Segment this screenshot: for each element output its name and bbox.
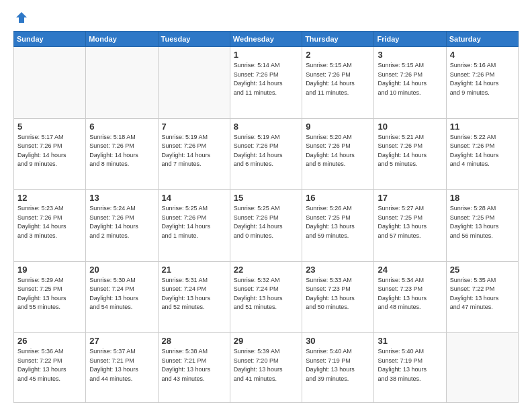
weekday-header-saturday: Saturday <box>446 32 518 47</box>
calendar-cell: 6Sunrise: 5:18 AMSunset: 7:26 PMDaylight… <box>86 118 158 190</box>
week-row-5: 26Sunrise: 5:36 AMSunset: 7:22 PMDayligh… <box>14 333 519 403</box>
day-number: 30 <box>306 336 370 346</box>
day-number: 17 <box>378 193 442 203</box>
calendar-cell: 20Sunrise: 5:30 AMSunset: 7:24 PMDayligh… <box>86 261 158 333</box>
calendar-cell <box>14 47 86 119</box>
day-number: 26 <box>17 336 82 346</box>
calendar-cell: 9Sunrise: 5:20 AMSunset: 7:26 PMDaylight… <box>302 118 374 190</box>
calendar-cell <box>446 333 518 403</box>
day-number: 5 <box>17 122 82 132</box>
weekday-header-thursday: Thursday <box>302 32 374 47</box>
calendar-cell: 28Sunrise: 5:38 AMSunset: 7:21 PMDayligh… <box>158 333 230 403</box>
day-number: 3 <box>378 50 442 60</box>
calendar-cell: 25Sunrise: 5:35 AMSunset: 7:22 PMDayligh… <box>446 261 518 333</box>
calendar-cell: 10Sunrise: 5:21 AMSunset: 7:26 PMDayligh… <box>374 118 446 190</box>
day-number: 19 <box>17 265 82 275</box>
day-info: Sunrise: 5:16 AMSunset: 7:26 PMDaylight:… <box>450 61 515 97</box>
day-info: Sunrise: 5:39 AMSunset: 7:20 PMDaylight:… <box>234 347 298 383</box>
calendar-cell: 18Sunrise: 5:28 AMSunset: 7:25 PMDayligh… <box>446 190 518 262</box>
day-info: Sunrise: 5:25 AMSunset: 7:26 PMDaylight:… <box>162 204 226 240</box>
day-info: Sunrise: 5:28 AMSunset: 7:25 PMDaylight:… <box>450 204 515 240</box>
day-info: Sunrise: 5:36 AMSunset: 7:22 PMDaylight:… <box>17 347 82 383</box>
day-info: Sunrise: 5:19 AMSunset: 7:26 PMDaylight:… <box>234 133 298 169</box>
day-info: Sunrise: 5:35 AMSunset: 7:22 PMDaylight:… <box>450 276 515 312</box>
day-info: Sunrise: 5:14 AMSunset: 7:26 PMDaylight:… <box>234 61 298 97</box>
day-number: 14 <box>162 193 226 203</box>
calendar-cell: 8Sunrise: 5:19 AMSunset: 7:26 PMDaylight… <box>230 118 302 190</box>
calendar-cell: 27Sunrise: 5:37 AMSunset: 7:21 PMDayligh… <box>86 333 158 403</box>
calendar-cell: 23Sunrise: 5:33 AMSunset: 7:23 PMDayligh… <box>302 261 374 333</box>
calendar-cell: 3Sunrise: 5:15 AMSunset: 7:26 PMDaylight… <box>374 47 446 119</box>
day-info: Sunrise: 5:30 AMSunset: 7:24 PMDaylight:… <box>89 276 154 312</box>
week-row-2: 5Sunrise: 5:17 AMSunset: 7:26 PMDaylight… <box>14 118 519 190</box>
page: SundayMondayTuesdayWednesdayThursdayFrid… <box>0 0 532 411</box>
calendar-cell: 14Sunrise: 5:25 AMSunset: 7:26 PMDayligh… <box>158 190 230 262</box>
day-info: Sunrise: 5:15 AMSunset: 7:26 PMDaylight:… <box>378 61 442 97</box>
calendar-cell <box>158 47 230 119</box>
day-number: 9 <box>306 122 370 132</box>
calendar-cell: 22Sunrise: 5:32 AMSunset: 7:24 PMDayligh… <box>230 261 302 333</box>
day-info: Sunrise: 5:40 AMSunset: 7:19 PMDaylight:… <box>306 347 370 383</box>
weekday-header-wednesday: Wednesday <box>230 32 302 47</box>
day-info: Sunrise: 5:24 AMSunset: 7:26 PMDaylight:… <box>89 204 154 240</box>
day-number: 27 <box>89 336 154 346</box>
calendar-cell: 11Sunrise: 5:22 AMSunset: 7:26 PMDayligh… <box>446 118 518 190</box>
day-info: Sunrise: 5:26 AMSunset: 7:25 PMDaylight:… <box>306 204 370 240</box>
weekday-header-monday: Monday <box>86 32 158 47</box>
calendar-cell: 1Sunrise: 5:14 AMSunset: 7:26 PMDaylight… <box>230 47 302 119</box>
weekday-header-row: SundayMondayTuesdayWednesdayThursdayFrid… <box>14 32 519 47</box>
calendar-cell: 30Sunrise: 5:40 AMSunset: 7:19 PMDayligh… <box>302 333 374 403</box>
day-info: Sunrise: 5:34 AMSunset: 7:23 PMDaylight:… <box>378 276 442 312</box>
day-number: 31 <box>378 336 442 346</box>
day-number: 20 <box>89 265 154 275</box>
day-info: Sunrise: 5:27 AMSunset: 7:25 PMDaylight:… <box>378 204 442 240</box>
day-number: 18 <box>450 193 515 203</box>
week-row-1: 1Sunrise: 5:14 AMSunset: 7:26 PMDaylight… <box>14 47 519 119</box>
day-info: Sunrise: 5:37 AMSunset: 7:21 PMDaylight:… <box>89 347 154 383</box>
calendar-cell: 31Sunrise: 5:40 AMSunset: 7:19 PMDayligh… <box>374 333 446 403</box>
calendar-cell: 21Sunrise: 5:31 AMSunset: 7:24 PMDayligh… <box>158 261 230 333</box>
day-info: Sunrise: 5:18 AMSunset: 7:26 PMDaylight:… <box>89 133 154 169</box>
day-number: 12 <box>17 193 82 203</box>
header <box>13 11 519 24</box>
day-info: Sunrise: 5:23 AMSunset: 7:26 PMDaylight:… <box>17 204 82 240</box>
day-number: 22 <box>234 265 298 275</box>
calendar-cell: 15Sunrise: 5:25 AMSunset: 7:26 PMDayligh… <box>230 190 302 262</box>
calendar-cell: 13Sunrise: 5:24 AMSunset: 7:26 PMDayligh… <box>86 190 158 262</box>
calendar-cell: 7Sunrise: 5:19 AMSunset: 7:26 PMDaylight… <box>158 118 230 190</box>
calendar-cell: 4Sunrise: 5:16 AMSunset: 7:26 PMDaylight… <box>446 47 518 119</box>
weekday-header-sunday: Sunday <box>14 32 86 47</box>
calendar-cell: 16Sunrise: 5:26 AMSunset: 7:25 PMDayligh… <box>302 190 374 262</box>
day-number: 7 <box>162 122 226 132</box>
day-info: Sunrise: 5:32 AMSunset: 7:24 PMDaylight:… <box>234 276 298 312</box>
calendar-cell: 29Sunrise: 5:39 AMSunset: 7:20 PMDayligh… <box>230 333 302 403</box>
calendar-cell: 2Sunrise: 5:15 AMSunset: 7:26 PMDaylight… <box>302 47 374 119</box>
day-info: Sunrise: 5:33 AMSunset: 7:23 PMDaylight:… <box>306 276 370 312</box>
day-number: 29 <box>234 336 298 346</box>
calendar-cell: 19Sunrise: 5:29 AMSunset: 7:25 PMDayligh… <box>14 261 86 333</box>
day-number: 6 <box>89 122 154 132</box>
weekday-header-tuesday: Tuesday <box>158 32 230 47</box>
calendar-cell: 26Sunrise: 5:36 AMSunset: 7:22 PMDayligh… <box>14 333 86 403</box>
day-info: Sunrise: 5:38 AMSunset: 7:21 PMDaylight:… <box>162 347 226 383</box>
day-info: Sunrise: 5:20 AMSunset: 7:26 PMDaylight:… <box>306 133 370 169</box>
day-number: 1 <box>234 50 298 60</box>
day-number: 21 <box>162 265 226 275</box>
day-number: 2 <box>306 50 370 60</box>
day-number: 13 <box>89 193 154 203</box>
day-info: Sunrise: 5:22 AMSunset: 7:26 PMDaylight:… <box>450 133 515 169</box>
day-number: 10 <box>378 122 442 132</box>
calendar-cell <box>86 47 158 119</box>
day-number: 16 <box>306 193 370 203</box>
day-number: 15 <box>234 193 298 203</box>
calendar-cell: 5Sunrise: 5:17 AMSunset: 7:26 PMDaylight… <box>14 118 86 190</box>
day-info: Sunrise: 5:40 AMSunset: 7:19 PMDaylight:… <box>378 347 442 383</box>
logo <box>13 11 28 24</box>
day-info: Sunrise: 5:25 AMSunset: 7:26 PMDaylight:… <box>234 204 298 240</box>
week-row-3: 12Sunrise: 5:23 AMSunset: 7:26 PMDayligh… <box>14 190 519 262</box>
day-info: Sunrise: 5:29 AMSunset: 7:25 PMDaylight:… <box>17 276 82 312</box>
svg-marker-0 <box>16 12 27 23</box>
day-number: 24 <box>378 265 442 275</box>
day-number: 23 <box>306 265 370 275</box>
week-row-4: 19Sunrise: 5:29 AMSunset: 7:25 PMDayligh… <box>14 261 519 333</box>
